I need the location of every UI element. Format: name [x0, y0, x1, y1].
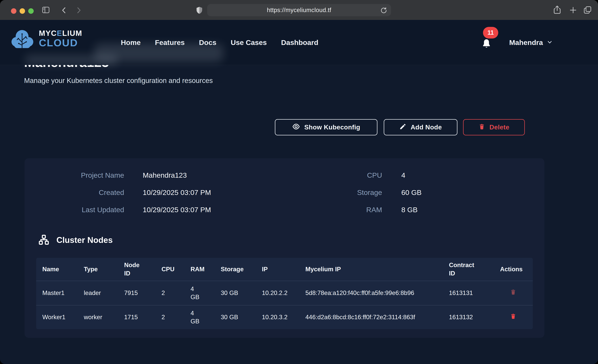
eye-icon [292, 123, 300, 132]
node-type: worker [84, 313, 124, 321]
mycelium-cloud-logo-icon [10, 27, 34, 50]
forward-icon[interactable] [74, 6, 83, 15]
add-node-button[interactable]: Add Node [384, 119, 457, 135]
sitemap-icon [38, 234, 50, 246]
created-value: 10/29/2025 03:07 PM [143, 189, 211, 197]
node-id: 1715 [124, 313, 161, 321]
window-zoom-button[interactable] [28, 8, 34, 14]
show-kubeconfig-button[interactable]: Show Kubeconfig [275, 119, 377, 135]
trash-icon [479, 123, 485, 131]
nav-link-dashboard[interactable]: Dashboard [281, 39, 318, 47]
add-node-label: Add Node [411, 124, 442, 131]
col-ip: IP [262, 265, 305, 273]
show-kubeconfig-label: Show Kubeconfig [304, 124, 360, 131]
delete-node-icon[interactable] [510, 313, 516, 321]
window-close-button[interactable] [11, 8, 17, 14]
new-tab-icon[interactable] [569, 6, 577, 14]
brand-wordmark: MYCELIUM CLOUD [39, 29, 82, 48]
node-name: Worker1 [36, 313, 84, 321]
cpu-value: 4 [401, 171, 405, 179]
page-subtitle: Manage your Kubernetes cluster configura… [24, 77, 213, 85]
info-label: CPU [316, 171, 382, 179]
notification-badge: 11 [483, 27, 498, 39]
info-label: Project Name [31, 171, 124, 179]
sidebar-toggle-icon[interactable] [41, 6, 50, 14]
col-cpu: CPU [161, 265, 191, 273]
notifications-button[interactable]: 11 [478, 20, 498, 65]
cluster-nodes-header: Cluster Nodes [38, 234, 113, 246]
brand-logo[interactable]: MYCELIUM CLOUD [10, 27, 82, 50]
node-storage: 30 GB [221, 289, 262, 297]
project-name-value: Mahendra123 [143, 171, 187, 179]
cluster-nodes-title: Cluster Nodes [57, 235, 113, 245]
col-node-id: Node ID [124, 261, 146, 278]
info-label: Created [31, 189, 124, 197]
tab-overview-icon[interactable] [583, 5, 592, 15]
col-type: Type [84, 265, 124, 273]
user-name: Mahendra [509, 39, 543, 47]
info-label: RAM [316, 206, 382, 214]
address-bar[interactable]: https://myceliumcloud.tf [207, 4, 391, 16]
node-ip: 10.20.2.2 [262, 289, 305, 297]
blurred-region [25, 55, 118, 65]
bell-icon [481, 38, 492, 50]
browser-toolbar: https://myceliumcloud.tf [0, 0, 598, 20]
node-contract-id: 1613131 [449, 289, 500, 297]
node-mycelium-ip: 5d8:78ea:a120:f40c:ff0f:a5fe:99e6:8b96 [305, 289, 444, 297]
delete-node-icon[interactable] [510, 289, 516, 297]
col-actions: Actions [500, 265, 533, 273]
chevron-down-icon [547, 39, 553, 46]
node-cpu: 2 [161, 289, 191, 297]
brand-line-mycelium: MYCELIUM [39, 29, 82, 37]
node-name: Master1 [36, 289, 84, 297]
privacy-shield-icon[interactable] [195, 6, 203, 15]
node-ram: 4 GB [191, 285, 202, 301]
url-text: https://myceliumcloud.tf [267, 7, 331, 14]
cluster-details-panel: Project Name Mahendra123 Created 10/29/2… [25, 158, 544, 338]
col-mycelium-ip: Mycelium IP [305, 265, 449, 273]
pencil-icon [399, 123, 406, 132]
brand-line-cloud: CLOUD [39, 38, 82, 48]
node-ram: 4 GB [191, 309, 202, 325]
nav-link-use-cases[interactable]: Use Cases [231, 39, 267, 47]
storage-value: 60 GB [401, 189, 422, 197]
browser-window: https://myceliumcloud.tf [0, 0, 598, 364]
col-contract-id: Contract ID [449, 261, 478, 278]
last-updated-value: 10/29/2025 03:07 PM [143, 206, 211, 214]
node-mycelium-ip: 446:d2a6:8bcd:8c16:ff0f:72e2:3114:863f [305, 313, 444, 321]
node-ip: 10.20.3.2 [262, 313, 305, 321]
ram-value: 8 GB [401, 206, 418, 214]
delete-cluster-button[interactable]: Delete [463, 119, 525, 135]
col-name: Name [36, 265, 84, 273]
back-icon[interactable] [60, 6, 68, 15]
col-ram: RAM [191, 265, 221, 273]
share-icon[interactable] [552, 5, 562, 15]
col-storage: Storage [221, 265, 262, 273]
node-storage: 30 GB [221, 313, 262, 321]
info-label: Last Updated [31, 206, 124, 214]
window-minimize-button[interactable] [20, 8, 25, 14]
table-header-row: Name Type Node ID CPU RAM Storage IP Myc… [36, 258, 533, 281]
delete-label: Delete [490, 124, 509, 131]
table-row: Worker1 worker 1715 2 4 GB 30 GB 10.20.3… [36, 305, 533, 329]
node-type: leader [84, 289, 124, 297]
info-label: Storage [316, 189, 382, 197]
cluster-nodes-table: Name Type Node ID CPU RAM Storage IP Myc… [36, 258, 533, 329]
node-cpu: 2 [161, 313, 191, 321]
reload-icon[interactable] [380, 7, 387, 14]
user-menu[interactable]: Mahendra [509, 20, 553, 65]
node-id: 7915 [124, 289, 161, 297]
table-row: Master1 leader 7915 2 4 GB 30 GB 10.20.2… [36, 281, 533, 305]
node-contract-id: 1613132 [449, 313, 500, 321]
